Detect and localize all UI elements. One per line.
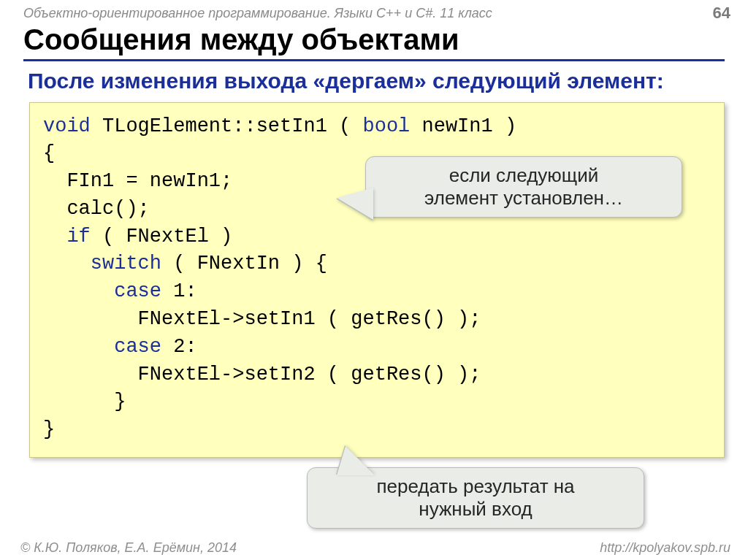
code-indent [43,280,114,302]
code-box: void TLogElement::setIn1 ( bool newIn1 )… [29,102,725,459]
callout-pass-result: передать результат на нужный вход [307,467,644,529]
slide-subtitle: После изменения выхода «дергаем» следующ… [28,67,725,95]
keyword-void: void [43,115,91,137]
keyword-case: case [114,280,161,302]
callout-next-element: если следующий элемент установлен… [365,156,682,218]
callout-line: если следующий [449,164,599,186]
callout-line: передать результат на [376,475,574,497]
code-line: { [43,142,55,164]
footer-url: http://kpolyakov.spb.ru [600,540,730,556]
code-text: newIn1 ) [410,115,516,137]
course-title: Объектно-ориентированное программировани… [23,6,492,21]
code-text: TLogElement::setIn1 ( [91,115,363,137]
code-indent [43,253,91,275]
callout-tail-icon [337,446,375,475]
code-text: ( FNextIn ) { [161,253,327,275]
code-text: ( FNextEl ) [91,226,232,248]
code-text: 2: [161,336,197,358]
slide-title: Сообщения между объектами [23,23,725,61]
callout-line: нужный вход [419,498,532,520]
keyword-bool: bool [362,115,410,137]
code-indent [43,226,66,248]
code-line: FNextEl->setIn1 ( getRes() ); [43,308,481,330]
keyword-switch: switch [91,253,161,275]
header-bar: Объектно-ориентированное программировани… [0,0,748,23]
keyword-case: case [114,336,161,358]
callout-line: элемент установлен… [424,187,623,209]
callout-tail-icon [337,188,373,220]
copyright-text: © К.Ю. Поляков, Е.А. Ерёмин, 2014 [20,540,237,556]
code-line: FNextEl->setIn2 ( getRes() ); [43,364,481,386]
code-text: 1: [161,280,197,302]
code-line: calc(); [43,198,150,220]
keyword-if: if [66,226,90,248]
page-number: 64 [713,4,730,23]
code-indent [43,336,114,358]
footer-bar: © К.Ю. Поляков, Е.А. Ерёмин, 2014 http:/… [0,540,748,556]
code-line: } [43,418,55,440]
code-line: } [43,391,126,413]
code-line: FIn1 = newIn1; [43,170,232,192]
